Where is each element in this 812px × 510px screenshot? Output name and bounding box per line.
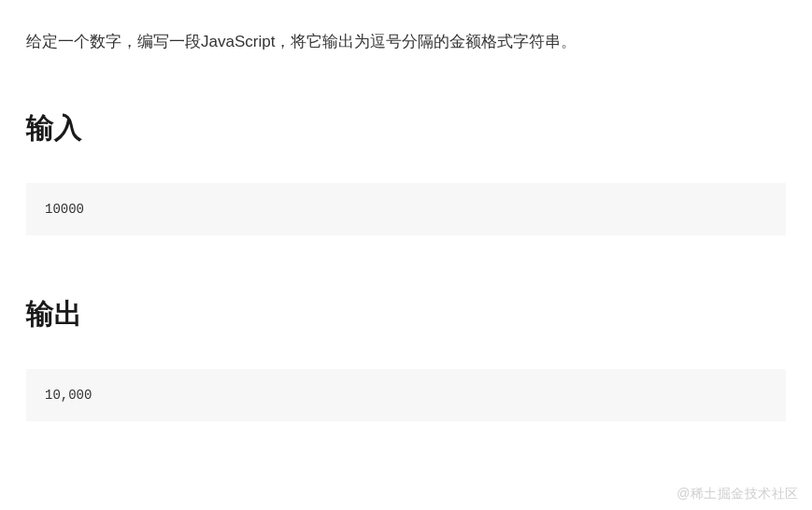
output-code-block: 10,000 [26, 369, 786, 421]
input-code-block: 10000 [26, 183, 786, 235]
input-heading: 输入 [26, 109, 786, 148]
problem-description: 给定一个数字，编写一段JavaScript，将它输出为逗号分隔的金额格式字符串。 [26, 28, 786, 57]
output-heading: 输出 [26, 295, 786, 333]
watermark-text: @稀土掘金技术社区 [677, 486, 799, 503]
